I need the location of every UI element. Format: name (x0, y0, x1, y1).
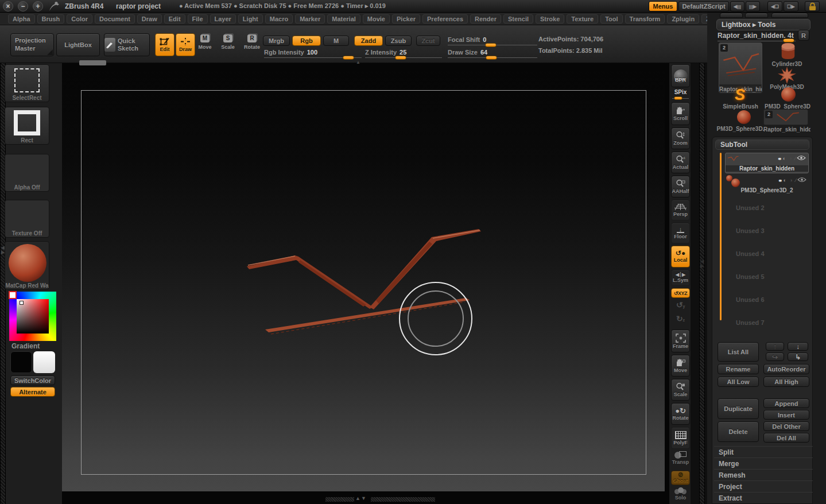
move-up-skip-button[interactable]: ↪ (766, 352, 784, 361)
menu-zplugin[interactable]: Zplugin (667, 14, 699, 24)
aahalf-button[interactable]: AAHalf (671, 176, 690, 197)
zadd-button[interactable]: Zadd (354, 36, 383, 46)
brush-toggle-icon[interactable]: ∕ (795, 177, 796, 183)
canvas-bottom-scrollbar-right[interactable] (371, 497, 435, 502)
visibility-eye-icon[interactable] (797, 177, 806, 183)
menu-movie[interactable]: Movie (363, 14, 390, 24)
polypaint-icon[interactable]: ●● (778, 178, 781, 183)
subtool-item-unused[interactable]: Unused 2 (736, 204, 765, 211)
tool-label[interactable]: Raptor_skin_hidd (763, 126, 811, 133)
canvas-scroll-arrows[interactable]: ▲▼ (355, 495, 367, 501)
section-extract[interactable]: Extract (714, 492, 813, 503)
move-down-skip-button[interactable]: ↳ (788, 352, 808, 361)
zcut-button[interactable]: Zcut (416, 36, 440, 46)
menu-stencil[interactable]: Stencil (503, 14, 533, 24)
left-tray-toggle-icon[interactable]: ◀||| (730, 1, 744, 11)
polyframe-button[interactable]: PolyF (671, 427, 690, 449)
menu-texture[interactable]: Texture (567, 14, 598, 24)
rotate-z-icon[interactable]: ↻z (671, 314, 690, 323)
z-intensity-handle[interactable] (395, 56, 406, 60)
tool-label[interactable]: SimpleBrush (718, 103, 763, 110)
menu-transform[interactable]: Transform (625, 14, 665, 24)
persp-button[interactable]: Persp (671, 200, 690, 220)
material-swatch[interactable]: MatCap Red Wa (5, 241, 49, 290)
visibility-eye-icon[interactable] (797, 155, 806, 161)
section-project[interactable]: Project (714, 480, 813, 492)
menu-alpha[interactable]: Alpha (8, 14, 35, 24)
delete-button[interactable]: Delete (718, 421, 759, 442)
list-all-button[interactable]: List All (718, 342, 759, 362)
tool-label[interactable]: PM3D_Sphere3D. (716, 126, 765, 132)
pm3d-sphere-icon[interactable] (781, 87, 796, 102)
menu-render[interactable]: Render (470, 14, 501, 24)
canvas-bottom-scrollbar-left[interactable] (325, 497, 354, 502)
frame-button[interactable]: Frame (671, 329, 690, 352)
cylinder3d-icon[interactable] (776, 42, 800, 60)
mrgb-button[interactable]: Mrgb (263, 36, 290, 46)
minimize-icon[interactable]: − (18, 1, 28, 11)
all-high-button[interactable]: All High (763, 377, 809, 387)
bpr-button[interactable]: BPR (671, 64, 690, 87)
menu-marker[interactable]: Marker (295, 14, 325, 24)
menu-file[interactable]: File (188, 14, 208, 24)
scroll-button[interactable]: Scroll (671, 102, 690, 125)
subtool-item-unused[interactable]: Unused 7 (736, 319, 765, 326)
m-button[interactable]: M (323, 36, 349, 46)
right-divider-arrows[interactable]: ◀▶ (699, 259, 705, 269)
draw-size-handle[interactable] (486, 56, 497, 60)
rotate-3d-button[interactable]: ●↻ Rotate (671, 403, 690, 425)
menu-color[interactable]: Color (67, 14, 92, 24)
zsub-button[interactable]: Zsub (385, 36, 412, 46)
ghost-button[interactable]: ⊘ Ghost (671, 471, 690, 485)
menu-preferences[interactable]: Preferences (422, 14, 468, 24)
lock-icon[interactable] (805, 1, 820, 11)
switchcolor-button[interactable]: SwitchColor (10, 375, 55, 385)
insert-button[interactable]: Insert (763, 410, 809, 420)
default-zscript-button[interactable]: DefaultZScript (678, 1, 729, 11)
color-picker[interactable] (9, 292, 56, 341)
dock-right-icon[interactable]: ❏▶ (784, 1, 798, 11)
lsym-button[interactable]: ◀┊▶ L.Sym (671, 270, 690, 286)
subtool-item-unused[interactable]: Unused 4 (736, 250, 765, 257)
menu-document[interactable]: Document (95, 14, 135, 24)
dock-left-icon[interactable]: ◀❏ (767, 1, 782, 11)
append-button[interactable]: Append (763, 398, 809, 408)
menu-stroke[interactable]: Stroke (536, 14, 564, 24)
local-button[interactable]: ↺● Local (671, 246, 690, 267)
menu-tool[interactable]: Tool (600, 14, 622, 24)
move-3d-button[interactable]: Move (671, 355, 690, 377)
lightbox-tools-header[interactable]: Lightbox ▸ Tools (716, 19, 811, 30)
menu-picker[interactable]: Picker (392, 14, 420, 24)
focal-shift-handle[interactable] (485, 43, 497, 47)
subtool-item-unused[interactable]: Unused 6 (736, 296, 765, 303)
menu-draw[interactable]: Draw (137, 14, 162, 24)
transp-button[interactable]: Transp (671, 451, 690, 465)
draw-button[interactable]: Draw (176, 33, 195, 56)
polymesh3d-star-icon[interactable] (778, 67, 796, 84)
alpha-swatch[interactable]: Alpha Off (5, 154, 49, 192)
stroke-selectrect-swatch[interactable]: SelectRect (5, 64, 49, 102)
r-button[interactable]: R (798, 30, 809, 41)
all-low-button[interactable]: All Low (718, 377, 759, 387)
subtool-scrollbar[interactable] (720, 153, 722, 320)
floor-button[interactable]: ↓ Floor (671, 223, 690, 243)
solo-button[interactable]: Solo (671, 487, 690, 501)
del-all-button[interactable]: Del All (763, 433, 809, 443)
polypaint-icon[interactable]: ●● (778, 156, 780, 161)
section-remesh[interactable]: Remesh (714, 469, 813, 480)
actual-button[interactable]: x1 Actual (671, 152, 690, 173)
zoom-button[interactable]: Zoom (671, 127, 690, 149)
xyz-button[interactable]: ↺XYZ (671, 288, 690, 298)
scale-3d-button[interactable]: Scale (671, 379, 690, 401)
right-tray-toggle-icon[interactable]: |||▶ (746, 1, 760, 11)
section-split[interactable]: Split (714, 446, 813, 458)
menu-brush[interactable]: Brush (37, 14, 65, 24)
duplicate-button[interactable]: Duplicate (718, 398, 759, 419)
close-icon[interactable]: × (3, 1, 13, 11)
menu-light[interactable]: Light (238, 14, 263, 24)
menu-layer[interactable]: Layer (210, 14, 236, 24)
section-merge[interactable]: Merge (714, 458, 813, 469)
subtool-item-unused[interactable]: Unused 5 (736, 273, 765, 280)
secondary-color-swatch[interactable] (33, 351, 55, 373)
maximize-icon[interactable]: + (33, 1, 43, 11)
